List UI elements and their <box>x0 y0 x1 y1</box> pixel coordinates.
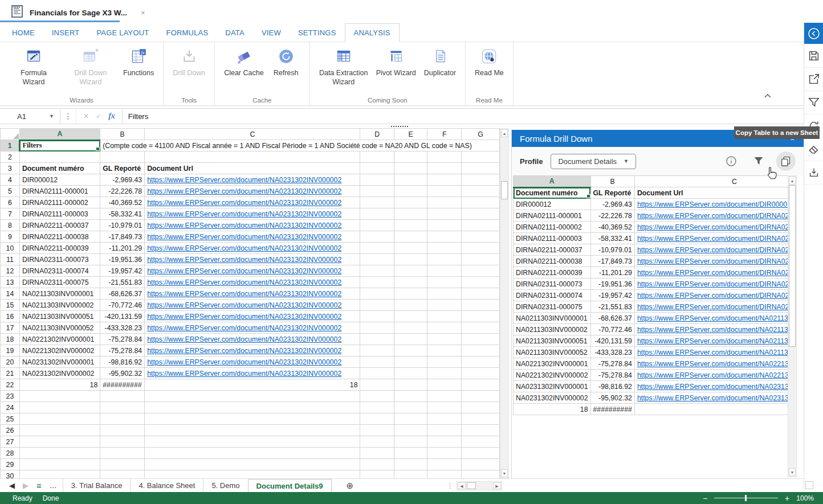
zoom-slider-handle[interactable] <box>745 495 747 501</box>
row-header-22[interactable]: 22 <box>1 379 20 391</box>
zoom-in-icon[interactable]: + <box>785 494 789 503</box>
document-url-link[interactable]: https://www.ERPServer.com/document/DIRNA… <box>637 292 789 300</box>
read-me-button[interactable]: Read Me <box>471 46 507 79</box>
grid-cell[interactable] <box>461 334 499 345</box>
document-url-cell[interactable]: https://www.ERPServer.com/document/NA023… <box>145 368 360 379</box>
panel-document-number-cell[interactable]: DIRNA02311-000075 <box>514 301 591 313</box>
refresh-button[interactable]: Refresh <box>268 46 304 79</box>
grid-cell[interactable] <box>100 448 145 459</box>
grid-cell[interactable] <box>461 208 499 220</box>
grid-cell[interactable] <box>461 345 499 357</box>
grid-cell[interactable] <box>394 368 427 379</box>
document-url-link[interactable]: https://www.ERPServer.com/document/DIRNA… <box>637 257 789 265</box>
document-url-link[interactable]: https://www.ERPServer.com/document/NA021… <box>637 337 789 345</box>
grid-cell[interactable] <box>461 186 499 197</box>
panel-document-number-cell[interactable]: DIRNA02311-000073 <box>514 278 591 290</box>
grid-cell[interactable] <box>427 436 461 448</box>
grid-cell[interactable] <box>145 402 360 413</box>
panel-document-url-cell[interactable]: https://www.ERPServer.com/document/NA023… <box>634 392 789 404</box>
document-url-link[interactable]: https://www.ERPServer.com/document/NA021… <box>637 314 789 322</box>
table-header-2[interactable]: Document Url <box>145 163 360 174</box>
row-header-12[interactable]: 12 <box>1 265 20 277</box>
row-header-26[interactable]: 26 <box>1 425 20 436</box>
grid-cell[interactable] <box>394 425 427 436</box>
document-url-link[interactable]: https://www.ERPServer.com/document/NA023… <box>147 278 341 286</box>
grid-cell[interactable] <box>394 220 427 231</box>
document-url-link[interactable]: https://www.ERPServer.com/document/NA023… <box>147 324 341 332</box>
grid-cell[interactable] <box>100 402 145 413</box>
grid-cell[interactable] <box>19 470 100 479</box>
drill-down-button[interactable]: Drill Down <box>169 46 209 79</box>
panel-document-number-cell[interactable]: DIRNA02111-000001 <box>514 210 591 222</box>
grid-cell[interactable] <box>19 436 100 448</box>
grid-cell[interactable] <box>360 391 394 402</box>
grid-cell[interactable] <box>360 208 394 220</box>
grid-cell[interactable] <box>427 277 461 288</box>
column-header-C[interactable]: C <box>145 129 360 140</box>
gl-amount-cell[interactable]: -40,369.52 <box>100 197 145 208</box>
grid-cell[interactable] <box>427 345 461 357</box>
document-url-cell[interactable]: https://www.ERPServer.com/document/NA023… <box>145 220 360 231</box>
panel-totals-overflow-cell[interactable]: ########## <box>590 404 634 415</box>
panel-document-url-cell[interactable]: https://www.ERPServer.com/document/DIRNA… <box>634 244 789 256</box>
pivot-wizard-button[interactable]: Pivot Wizard <box>373 46 419 79</box>
document-number-cell[interactable]: DIRNA02311-000075 <box>19 277 100 288</box>
collapse-ribbon-icon[interactable] <box>764 91 772 101</box>
grid-cell[interactable] <box>427 231 461 243</box>
document-url-cell[interactable]: https://www.ERPServer.com/document/NA023… <box>145 174 360 186</box>
scroll-left-icon[interactable]: ◀ <box>458 482 466 489</box>
document-url-cell[interactable]: https://www.ERPServer.com/document/NA023… <box>145 288 360 300</box>
grid-cell[interactable] <box>360 459 394 470</box>
panel-document-url-cell[interactable]: https://www.ERPServer.com/document/DIR00… <box>634 199 789 210</box>
next-sheet-icon[interactable]: ▶ <box>23 481 28 490</box>
grid-cell[interactable] <box>360 288 394 300</box>
close-addin-tab-icon[interactable]: × <box>141 9 145 17</box>
row-header-13[interactable]: 13 <box>1 277 20 288</box>
document-url-link[interactable]: https://www.ERPServer.com/document/NA023… <box>147 290 341 298</box>
grid-cell[interactable] <box>427 425 461 436</box>
grid-cell[interactable] <box>461 163 499 174</box>
sheet-tab-4-balance-sheet[interactable]: 4. Balance Sheet <box>130 479 203 492</box>
grid-cell[interactable] <box>19 151 100 163</box>
grid-cell[interactable] <box>427 402 461 413</box>
grid-cell[interactable] <box>19 425 100 436</box>
document-url-cell[interactable]: https://www.ERPServer.com/document/NA023… <box>145 311 360 322</box>
panel-document-url-cell[interactable]: https://www.ERPServer.com/document/DIRNA… <box>634 233 789 244</box>
grid-cell[interactable] <box>394 357 427 368</box>
grid-cell[interactable] <box>360 413 394 425</box>
grid-cell[interactable] <box>394 413 427 425</box>
panel-document-url-cell[interactable]: https://www.ERPServer.com/document/DIRNA… <box>634 267 789 278</box>
row-header-16[interactable]: 16 <box>1 311 20 322</box>
grid-cell[interactable] <box>427 334 461 345</box>
row-header-4[interactable]: 4 <box>1 174 20 186</box>
panel-document-url-cell[interactable]: https://www.ERPServer.com/document/NA021… <box>634 313 789 324</box>
gl-amount-cell[interactable]: -95,902.32 <box>100 368 145 379</box>
panel-document-number-cell[interactable]: NA0231302INV000001 <box>514 381 591 392</box>
functions-button[interactable]: fx Functions <box>120 46 157 79</box>
document-url-link[interactable]: https://www.ERPServer.com/document/NA023… <box>147 335 341 343</box>
grid-cell[interactable] <box>461 448 499 459</box>
cancel-formula-icon[interactable]: ✕ <box>83 112 89 120</box>
grid-cell[interactable] <box>461 151 499 163</box>
grid-cell[interactable] <box>360 334 394 345</box>
panel-totals-count-cell[interactable]: 18 <box>514 404 591 415</box>
panel-document-url-cell[interactable]: https://www.ERPServer.com/document/NA022… <box>634 370 789 381</box>
totals-count-cell[interactable]: 18 <box>145 379 360 391</box>
panel-document-url-cell[interactable]: https://www.ERPServer.com/document/DIRNA… <box>634 278 789 290</box>
row-header-14[interactable]: 14 <box>1 288 20 300</box>
panel-document-number-cell[interactable]: DIRNA02211-000039 <box>514 267 591 278</box>
grid-cell[interactable] <box>394 186 427 197</box>
panel-document-number-cell[interactable]: DIRNA02111-000002 <box>514 222 591 233</box>
document-url-link[interactable]: https://www.ERPServer.com/document/NA023… <box>147 244 341 252</box>
row-header-25[interactable]: 25 <box>1 413 20 425</box>
grid-cell[interactable] <box>19 402 100 413</box>
column-header-G[interactable]: G <box>461 129 499 140</box>
gl-amount-cell[interactable]: -2,969.43 <box>100 174 145 186</box>
panel-document-number-cell[interactable]: NA0221302INV000002 <box>514 370 591 381</box>
grid-cell[interactable] <box>427 254 461 265</box>
filters-cell[interactable]: Filters <box>19 140 100 151</box>
addin-document-tab[interactable]: Financials for Sage X3 W... × <box>6 2 150 23</box>
grid-cell[interactable] <box>19 448 100 459</box>
row-header-11[interactable]: 11 <box>1 254 20 265</box>
grid-cell[interactable] <box>461 174 499 186</box>
